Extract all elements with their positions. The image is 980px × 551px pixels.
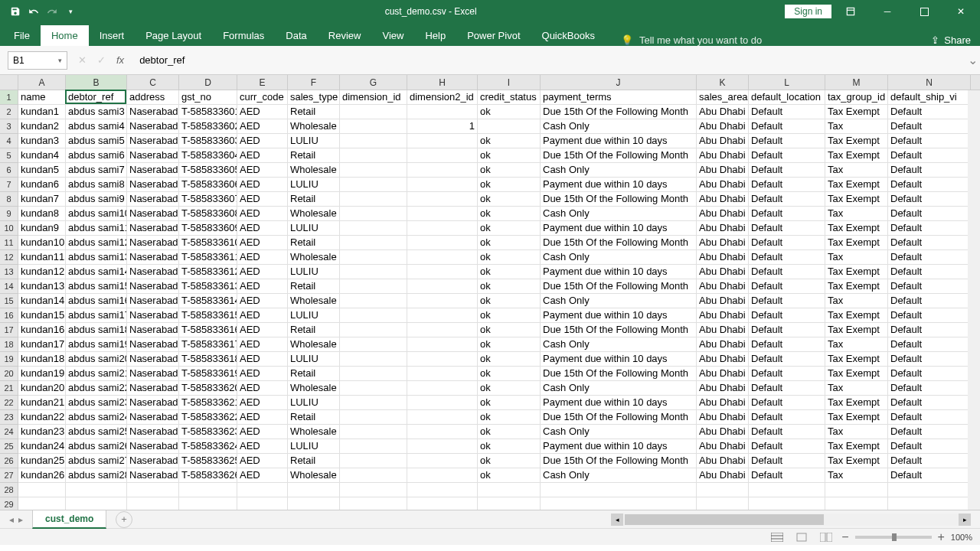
cell[interactable]: Naserabad: [127, 105, 179, 119]
cell[interactable]: Cash Only: [541, 250, 697, 265]
cell[interactable]: [407, 410, 478, 425]
row-header[interactable]: 8: [0, 192, 18, 207]
cell[interactable]: AED: [237, 323, 288, 337]
cell[interactable]: kundan2: [18, 119, 66, 134]
cell[interactable]: Tax: [825, 250, 888, 265]
row-header[interactable]: 15: [0, 294, 18, 308]
cell[interactable]: Tax: [825, 381, 888, 396]
cell[interactable]: ok: [478, 265, 541, 279]
qat-customize-icon[interactable]: ▾: [64, 5, 77, 18]
cell[interactable]: ok: [478, 134, 541, 148]
cell[interactable]: Abu Dhabi: [697, 250, 749, 265]
cell[interactable]: Default: [888, 192, 971, 207]
cell[interactable]: [407, 352, 478, 367]
cell[interactable]: Default: [749, 119, 825, 134]
cell[interactable]: default_ship_vi: [888, 90, 971, 105]
cell[interactable]: Default: [749, 367, 825, 381]
cell[interactable]: abdus sami15: [66, 279, 127, 294]
cell[interactable]: AED: [237, 308, 288, 323]
cell[interactable]: credit_status: [478, 90, 541, 105]
cell[interactable]: Naserabad: [127, 134, 179, 148]
cell[interactable]: T-585833626: [179, 468, 237, 483]
cell[interactable]: abdus sami6: [66, 148, 127, 163]
row-header[interactable]: 25: [0, 439, 18, 454]
cell[interactable]: ok: [478, 279, 541, 294]
cell[interactable]: Tax Exempt: [825, 105, 888, 119]
cell[interactable]: AED: [237, 367, 288, 381]
cell[interactable]: Cash Only: [541, 337, 697, 352]
cell[interactable]: T-585833623: [179, 425, 237, 439]
cell[interactable]: address: [127, 90, 179, 105]
cell[interactable]: Abu Dhabi: [697, 163, 749, 178]
cell[interactable]: [407, 105, 478, 119]
cell[interactable]: [541, 497, 697, 510]
page-break-view-icon[interactable]: [817, 530, 835, 544]
cell[interactable]: Due 15th Of the Following Month: [541, 323, 697, 337]
sheet-nav-next-icon[interactable]: ▸: [18, 514, 23, 525]
ribbon-tab-home[interactable]: Home: [41, 25, 89, 46]
row-header[interactable]: 29: [0, 497, 18, 510]
cell[interactable]: Abu Dhabi: [697, 468, 749, 483]
cell[interactable]: [340, 381, 407, 396]
cell[interactable]: Tax Exempt: [825, 454, 888, 468]
cell[interactable]: Cash Only: [541, 294, 697, 308]
cell[interactable]: Default: [888, 367, 971, 381]
cell[interactable]: Naserabad: [127, 236, 179, 250]
row-header[interactable]: 7: [0, 178, 18, 192]
cell[interactable]: Retail: [288, 410, 340, 425]
cell[interactable]: Naserabad: [127, 178, 179, 192]
cell[interactable]: LULIU: [288, 134, 340, 148]
cell[interactable]: abdus sami19: [66, 337, 127, 352]
ribbon-tab-file[interactable]: File: [3, 25, 41, 46]
cell[interactable]: Default: [749, 178, 825, 192]
cell[interactable]: abdus sami3: [66, 105, 127, 119]
cell[interactable]: abdus sami5: [66, 134, 127, 148]
cell[interactable]: ok: [478, 163, 541, 178]
cell[interactable]: sales_area: [697, 90, 749, 105]
cell[interactable]: Default: [749, 105, 825, 119]
cell[interactable]: T-585833603: [179, 134, 237, 148]
cell[interactable]: AED: [237, 192, 288, 207]
cell[interactable]: Tax: [825, 468, 888, 483]
row-header[interactable]: 10: [0, 221, 18, 236]
cell[interactable]: [127, 497, 179, 510]
row-header[interactable]: 5: [0, 148, 18, 163]
cell[interactable]: Naserabad: [127, 192, 179, 207]
cell[interactable]: [340, 178, 407, 192]
horizontal-scrollbar[interactable]: ◂ ▸: [611, 514, 971, 526]
cell[interactable]: AED: [237, 221, 288, 236]
cell[interactable]: [340, 279, 407, 294]
cell[interactable]: [407, 134, 478, 148]
cell[interactable]: Default: [888, 396, 971, 410]
column-header-C[interactable]: C: [127, 75, 179, 90]
cell[interactable]: ok: [478, 396, 541, 410]
cell[interactable]: Naserabad: [127, 308, 179, 323]
cell[interactable]: AED: [237, 207, 288, 221]
cell[interactable]: debtor_ref: [66, 90, 127, 105]
cell[interactable]: Wholesale: [288, 207, 340, 221]
cell[interactable]: Default: [888, 439, 971, 454]
cell[interactable]: [340, 105, 407, 119]
cell[interactable]: AED: [237, 294, 288, 308]
cell[interactable]: [18, 497, 66, 510]
cell[interactable]: [697, 497, 749, 510]
cell[interactable]: Naserabad: [127, 352, 179, 367]
cell[interactable]: payment_terms: [541, 90, 697, 105]
cell[interactable]: T-585833602: [179, 119, 237, 134]
cell[interactable]: [340, 337, 407, 352]
cell[interactable]: kundan15: [18, 308, 66, 323]
cell[interactable]: kundan4: [18, 148, 66, 163]
cell[interactable]: [407, 425, 478, 439]
cell[interactable]: Abu Dhabi: [697, 425, 749, 439]
cell[interactable]: kundan13: [18, 279, 66, 294]
cell[interactable]: abdus sami28: [66, 468, 127, 483]
cell[interactable]: [407, 279, 478, 294]
cell[interactable]: AED: [237, 119, 288, 134]
cell[interactable]: Abu Dhabi: [697, 439, 749, 454]
row-header[interactable]: 14: [0, 279, 18, 294]
column-header-D[interactable]: D: [179, 75, 237, 90]
cell[interactable]: T-585833606: [179, 178, 237, 192]
cell[interactable]: LULIU: [288, 352, 340, 367]
cell[interactable]: [697, 483, 749, 497]
cell[interactable]: ok: [478, 468, 541, 483]
